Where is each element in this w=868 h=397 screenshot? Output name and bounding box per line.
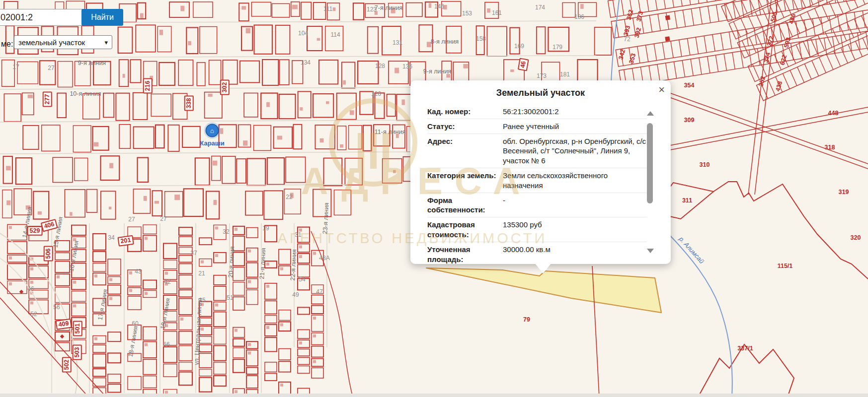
parcel-boundary-zigzag	[698, 344, 794, 397]
find-button[interactable]: Найти	[81, 9, 123, 26]
field-label: Категория земель:	[427, 171, 497, 191]
cadastral-map-app: 7-я линия8-я линия9-я линия9-я линия10-я…	[0, 0, 868, 397]
field-label: Уточненная площадь:	[427, 245, 497, 264]
parcel-boundary-zigzag	[652, 182, 868, 279]
popup-row: Кадастровая стоимость:135300 руб	[427, 217, 647, 242]
boundary-marker	[60, 334, 64, 338]
popup-row: Категория земель:Земли сельскохозяйствен…	[427, 168, 647, 193]
field-value: 56:21:3002001:2	[497, 107, 647, 117]
field-label: Кад. номер:	[427, 107, 497, 117]
selected-parcel-highlight[interactable]	[426, 268, 661, 313]
popup-row: Форма собственности:-	[427, 193, 647, 218]
scroll-up-icon[interactable]	[647, 111, 654, 116]
parcel-info-popup: × Земельный участок Кад. номер:56:21:300…	[410, 80, 671, 264]
chevron-down-icon: ▾	[104, 39, 108, 46]
popup-row: Кад. номер:56:21:3002001:2	[427, 104, 647, 119]
object-type-value: земельный участок	[18, 38, 85, 47]
object-type-select[interactable]: земельный участок ▾	[14, 35, 112, 49]
road-boundary-line	[0, 282, 106, 397]
field-label: Статус:	[427, 122, 497, 132]
object-type-label: ме:	[1, 40, 13, 49]
field-label: Кадастровая стоимость:	[427, 220, 497, 240]
scroll-thumb[interactable]	[647, 123, 653, 203]
field-boundary-line	[311, 231, 353, 397]
field-value: Земли сельскохозяйственного назначения	[497, 171, 647, 191]
field-value: 30000.00 кв.м	[497, 245, 647, 264]
road-double-line	[652, 107, 868, 153]
popup-title: Земельный участок	[410, 80, 671, 104]
scroll-down-icon[interactable]	[647, 249, 654, 253]
field-label: Форма собственности:	[427, 196, 497, 215]
field-value: Ранее учтенный	[497, 122, 647, 132]
place-marker-icon[interactable]: ⌂	[206, 124, 219, 137]
popup-row: Статус:Ранее учтенный	[427, 119, 647, 134]
popup-pointer	[535, 263, 552, 273]
field-value: -	[497, 196, 647, 215]
search-input[interactable]	[0, 9, 82, 26]
dirt-road-line	[0, 258, 56, 360]
bottom-scrollbar-track[interactable]	[0, 394, 868, 397]
field-value: 135300 руб	[497, 220, 647, 240]
field-label: Адрес:	[427, 136, 497, 166]
popup-row: Уточненная площадь:30000.00 кв.м	[427, 242, 647, 264]
close-icon[interactable]: ×	[658, 83, 665, 96]
field-value: обл. Оренбургская, р-н Оренбургский, с/с…	[497, 136, 647, 166]
popup-body: Кад. номер:56:21:3002001:2Статус:Ранее у…	[427, 104, 647, 264]
popup-scrollbar[interactable]	[646, 111, 654, 253]
popup-row: Адрес:обл. Оренбургская, р-н Оренбургски…	[427, 134, 647, 168]
